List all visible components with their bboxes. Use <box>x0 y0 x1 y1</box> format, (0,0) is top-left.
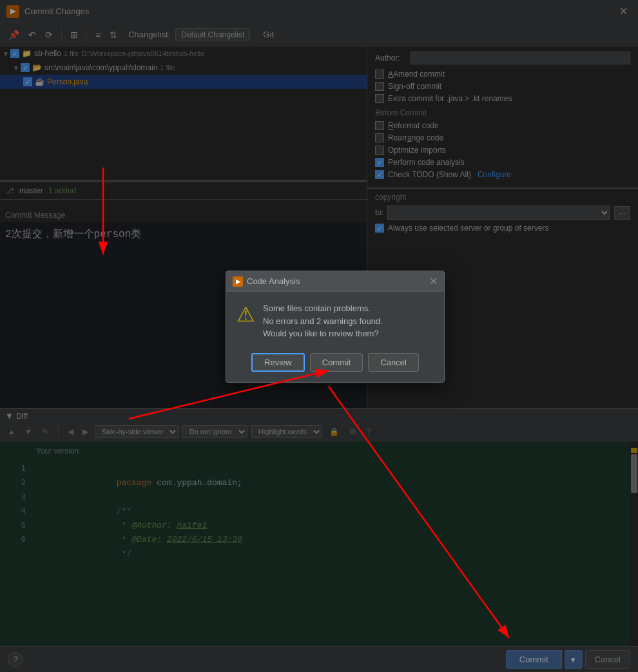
review-button[interactable]: Review <box>251 353 305 372</box>
warning-icon: ⚠ <box>237 302 255 327</box>
dialog-close-button[interactable]: ✕ <box>429 275 438 287</box>
dialog-buttons: Review Commit Cancel <box>226 348 444 382</box>
dialog-icon: ▶ <box>233 276 243 287</box>
modal-overlay: ▶ Code Analysis ✕ ⚠ Some files contain p… <box>0 0 638 672</box>
message-line3: Would you like to review them? <box>263 327 383 340</box>
message-line1: Some files contain problems. <box>263 302 383 315</box>
main-window: ▶ Commit Changes ✕ 📌 ↶ ⟳ ⊞ ≡ ⇅ Changelis… <box>0 0 638 672</box>
dialog-commit-button[interactable]: Commit <box>310 353 363 372</box>
dialog-message: Some files contain problems. No errors a… <box>263 302 383 340</box>
dialog-title-bar: ▶ Code Analysis ✕ <box>226 271 444 292</box>
dialog-body: ⚠ Some files contain problems. No errors… <box>226 292 444 348</box>
dialog-title: Code Analysis <box>247 276 429 286</box>
message-line2: No errors and 2 warnings found. <box>263 315 383 328</box>
dialog-cancel-button[interactable]: Cancel <box>368 353 418 372</box>
code-analysis-dialog: ▶ Code Analysis ✕ ⚠ Some files contain p… <box>226 271 445 383</box>
